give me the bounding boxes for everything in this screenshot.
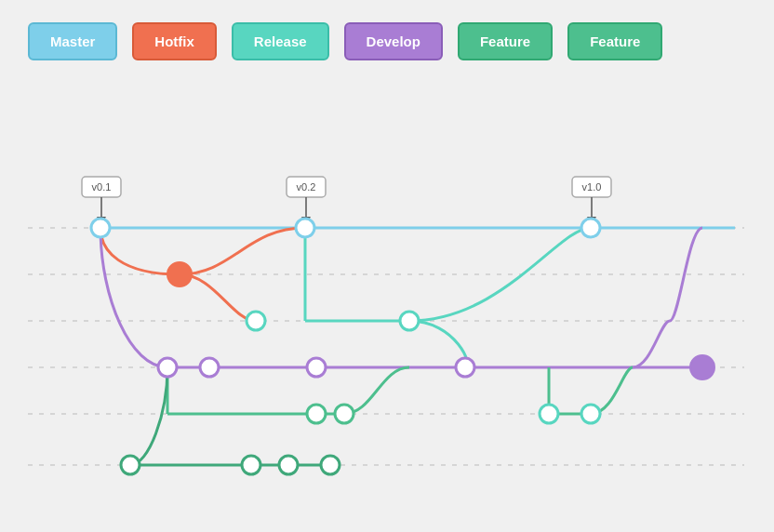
svg-point-27 [456,358,474,377]
svg-point-33 [121,456,140,474]
svg-point-23 [400,312,419,330]
svg-point-21 [167,262,192,286]
svg-point-26 [307,358,326,377]
legend: MasterHotfixReleaseDevelopFeatureFeature [0,0,774,70]
diagram-area: v0.1 v0.2 v1.0 [0,79,774,507]
legend-item-feature: Feature [458,22,553,60]
svg-point-20 [581,219,600,237]
legend-item-master: Master [28,22,117,60]
legend-item-release: Release [232,22,329,60]
svg-point-28 [690,355,714,379]
svg-point-34 [242,456,260,474]
svg-text:v0.1: v0.1 [92,181,112,193]
svg-point-18 [91,219,110,237]
svg-point-30 [581,405,600,423]
svg-point-19 [296,219,314,237]
svg-point-25 [200,358,219,377]
svg-point-24 [158,358,177,377]
svg-text:v0.2: v0.2 [297,181,316,193]
legend-item-feature: Feature [567,22,662,60]
svg-point-22 [247,312,265,330]
svg-point-31 [307,405,326,423]
legend-item-hotfix: Hotfix [132,22,217,60]
svg-text:v1.0: v1.0 [582,181,602,193]
git-flow-diagram: v0.1 v0.2 v1.0 [0,79,774,507]
svg-point-35 [279,456,298,474]
svg-point-32 [335,405,354,423]
svg-point-36 [321,456,340,474]
svg-point-29 [540,405,558,423]
legend-item-develop: Develop [344,22,443,60]
